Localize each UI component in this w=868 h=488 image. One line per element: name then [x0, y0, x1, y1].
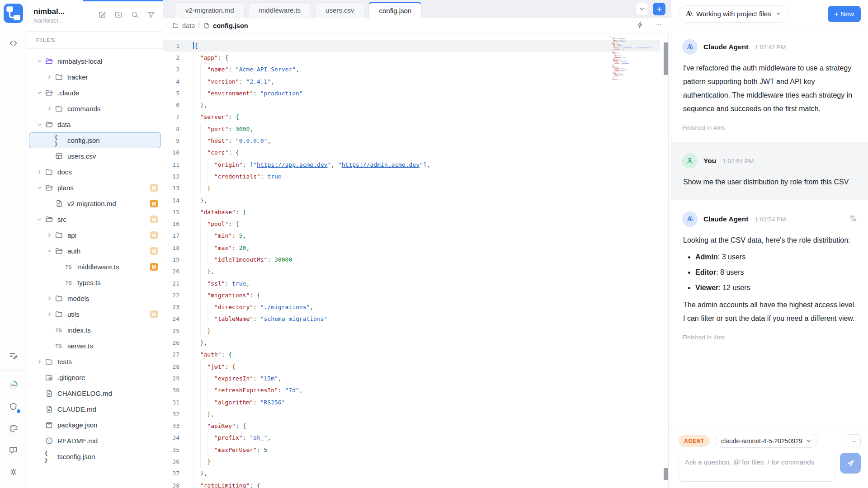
tree-item-tracker[interactable]: tracker: [29, 69, 161, 85]
code-line-15[interactable]: 15"database": {: [163, 206, 660, 218]
tab-list-dropdown-button[interactable]: [636, 3, 648, 15]
editor-scrollbar[interactable]: [663, 33, 669, 488]
code-line-24[interactable]: 24"tableName": "schema_migrations": [163, 313, 660, 325]
chevron-right-icon[interactable]: [34, 169, 44, 176]
edit-file-icon[interactable]: [98, 10, 107, 21]
code-line-11[interactable]: 11"origin": ["https://app.acme.dev", "ht…: [163, 159, 660, 170]
send-button[interactable]: [840, 453, 861, 474]
quick-actions-icon[interactable]: [637, 21, 644, 30]
tree-item-commands[interactable]: commands: [29, 101, 161, 117]
tree-item-changelog.md[interactable]: CHANGELOG.md: [29, 385, 161, 401]
chevron-down-icon[interactable]: [34, 184, 44, 192]
security-shield-icon[interactable]: [5, 399, 22, 415]
minimap[interactable]: [610, 36, 650, 80]
tree-item-tsconfig.json[interactable]: { }tsconfig.json: [29, 449, 161, 465]
new-tab-button[interactable]: [653, 3, 665, 15]
scrollbar-thumb-bottom[interactable]: [664, 468, 668, 480]
tree-item-package.json[interactable]: package.json: [29, 417, 161, 433]
tree-item-.gitignore[interactable]: .gitignore: [29, 370, 161, 385]
code-line-31[interactable]: 31"algorithm": "RS256": [163, 396, 660, 408]
code-line-1[interactable]: 1{: [163, 40, 660, 52]
code-line-3[interactable]: 3"name": "Acme API Server",: [163, 64, 660, 75]
chevron-down-icon[interactable]: [34, 58, 44, 65]
code-line-28[interactable]: 28"jwt": {: [163, 361, 660, 372]
chevron-right-icon[interactable]: [44, 74, 54, 81]
tab-users.csv[interactable]: users.csv: [315, 2, 364, 18]
code-line-34[interactable]: 34"prefix": "ak_",: [163, 432, 660, 444]
code-line-10[interactable]: 10"cors": {: [163, 147, 660, 159]
hide-message-icon[interactable]: [849, 214, 857, 224]
new-folder-icon[interactable]: [114, 10, 123, 21]
code-line-12[interactable]: 12"credentials": true: [163, 170, 660, 182]
tree-item-plans[interactable]: plansM: [29, 180, 161, 196]
chevron-right-icon[interactable]: [44, 295, 54, 302]
code-area[interactable]: 1{2"app": {3"name": "Acme API Server",4"…: [163, 33, 671, 488]
breadcrumb-folder[interactable]: data: [182, 22, 195, 29]
chevron-down-icon[interactable]: [34, 216, 44, 223]
code-line-35[interactable]: 35"maxPerUser": 5: [163, 444, 660, 455]
tree-item-readme.md[interactable]: README.md: [29, 433, 161, 449]
code-line-21[interactable]: 21"ssl": true,: [163, 277, 660, 289]
code-line-16[interactable]: 16"pool": {: [163, 218, 660, 230]
tree-item-.claude[interactable]: .claude: [29, 85, 161, 101]
code-line-26[interactable]: 26},: [163, 337, 660, 348]
code-line-13[interactable]: 13}: [163, 183, 660, 194]
new-chat-button[interactable]: + New: [828, 6, 861, 22]
code-line-29[interactable]: 29"expiresIn": "15m",: [163, 372, 660, 384]
chevron-right-icon[interactable]: [34, 358, 44, 366]
tree-item-index.ts[interactable]: TSindex.ts: [29, 322, 161, 338]
filter-icon[interactable]: [147, 10, 156, 21]
session-mode-selector[interactable]: A\ Working with project files: [679, 5, 788, 23]
tree-item-server.ts[interactable]: TSserver.ts: [29, 338, 161, 354]
code-line-30[interactable]: 30"refreshExpiresIn": "7d",: [163, 385, 660, 396]
code-line-36[interactable]: 36}: [163, 455, 660, 467]
tree-item-v2-migration.md[interactable]: v2-migration.mdM: [29, 196, 161, 211]
tree-item-api[interactable]: apiM: [29, 227, 161, 243]
tree-item-nimbalyst-local[interactable]: nimbalyst-local: [29, 53, 161, 69]
chat-input[interactable]: [679, 453, 835, 482]
code-line-8[interactable]: 8"port": 3000,: [163, 123, 660, 135]
chevron-right-icon[interactable]: [44, 232, 54, 239]
tree-item-tests[interactable]: tests: [29, 354, 161, 370]
code-line-18[interactable]: 18"max": 20,: [163, 242, 660, 253]
chevron-right-icon[interactable]: [44, 105, 54, 113]
tree-item-claude.md[interactable]: CLAUDE.md: [29, 401, 161, 417]
code-line-4[interactable]: 4"version": "2.4.1",: [163, 75, 660, 87]
code-view-icon[interactable]: [5, 35, 22, 51]
scrollbar-thumb[interactable]: [664, 42, 668, 75]
chevron-right-icon[interactable]: [44, 311, 54, 318]
code-line-2[interactable]: 2"app": {: [163, 52, 660, 63]
settings-gear-icon[interactable]: [5, 464, 22, 480]
tree-item-types.ts[interactable]: TStypes.ts: [29, 275, 161, 291]
tree-item-middleware.ts[interactable]: TSmiddleware.tsM: [29, 259, 161, 275]
code-line-25[interactable]: 25}: [163, 325, 660, 337]
tree-item-users.csv[interactable]: users.csv: [29, 148, 161, 164]
tab-middleware.ts[interactable]: middleware.ts: [249, 2, 311, 18]
tab-config.json[interactable]: config.json: [368, 2, 422, 18]
chevron-down-icon[interactable]: [44, 248, 54, 255]
more-options-icon[interactable]: [655, 21, 662, 30]
tree-item-config.json[interactable]: { }config.json: [29, 132, 161, 148]
code-line-17[interactable]: 17"min": 5,: [163, 230, 660, 242]
code-line-38[interactable]: 38"rateLimiting": {: [163, 479, 660, 488]
composer-more-button[interactable]: --: [847, 434, 861, 447]
tree-item-src[interactable]: srcM: [29, 211, 161, 227]
code-line-27[interactable]: 27"auth": {: [163, 349, 660, 361]
code-line-32[interactable]: 32},: [163, 408, 660, 420]
search-icon[interactable]: [131, 10, 139, 21]
chevron-down-icon[interactable]: [34, 89, 44, 97]
code-line-20[interactable]: 20},: [163, 266, 660, 277]
theme-palette-icon[interactable]: [5, 420, 22, 436]
code-line-7[interactable]: 7"server": {: [163, 111, 660, 123]
compose-notes-icon[interactable]: [5, 347, 22, 364]
tree-item-models[interactable]: models: [29, 291, 161, 306]
agent-mode-badge[interactable]: AGENT: [679, 435, 710, 447]
breadcrumb-file[interactable]: config.json: [213, 22, 248, 29]
chevron-down-icon[interactable]: [34, 121, 44, 128]
code-line-37[interactable]: 37},: [163, 468, 660, 479]
tab-v2-migration.md[interactable]: v2-migration.md: [175, 2, 245, 18]
code-line-19[interactable]: 19"idleTimeoutMs": 30000: [163, 253, 660, 265]
tree-item-docs[interactable]: docs: [29, 164, 161, 180]
code-line-5[interactable]: 5"environment": "production": [163, 87, 660, 99]
tree-item-auth[interactable]: authM: [29, 243, 161, 259]
